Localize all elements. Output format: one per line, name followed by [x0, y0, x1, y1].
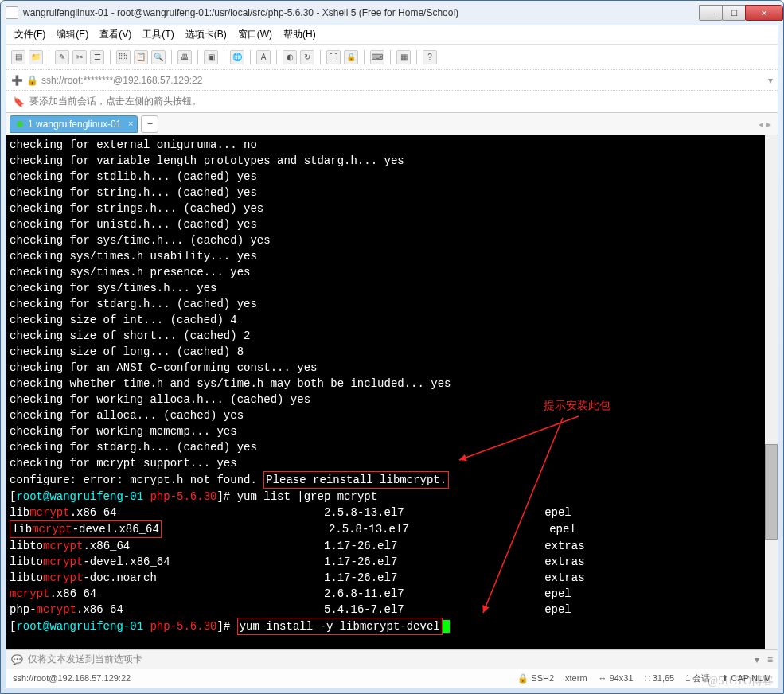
menu-help[interactable]: 帮助(H)	[279, 26, 321, 43]
open-icon[interactable]: 📁	[29, 50, 43, 64]
status-dot-icon	[17, 121, 23, 127]
annotation-text: 提示安装此包	[544, 398, 610, 414]
globe-icon[interactable]: 🌐	[230, 50, 244, 64]
prev-tab-icon[interactable]: ◂	[759, 119, 763, 130]
properties-icon[interactable]: ☰	[90, 50, 104, 64]
scrollbar-thumb[interactable]	[765, 444, 778, 540]
address-dropdown-icon[interactable]: ▾	[768, 75, 773, 86]
keyboard-icon[interactable]: ⌨	[370, 50, 384, 64]
menu-file[interactable]: 文件(F)	[10, 26, 50, 43]
print-icon[interactable]: 🖶	[177, 50, 192, 64]
bookmark-icon[interactable]: 🔖	[13, 96, 25, 107]
help-icon[interactable]: ?	[423, 50, 437, 64]
lock-icon[interactable]: 🔒	[344, 50, 358, 64]
status-bar-1: 💬 仅将文本发送到当前选项卡 ▾ ≡	[6, 649, 778, 669]
status1-text: 仅将文本发送到当前选项卡	[28, 653, 142, 666]
menu-tool[interactable]: 工具(T)	[138, 26, 178, 43]
arrow-2-icon	[475, 414, 571, 621]
status-pos: 31,65	[653, 673, 675, 683]
status-bar-2: ssh://root@192.168.57.129:22 🔒 SSH2 xter…	[6, 669, 778, 688]
status-conn: ssh://root@192.168.57.129:22	[13, 673, 131, 683]
window-title: wangruifenglinux-01 - root@wangruifeng-0…	[23, 7, 458, 18]
hint-bar: 🔖 要添加当前会话，点击左侧的箭头按钮。	[6, 91, 778, 113]
connect-icon[interactable]: ✎	[55, 50, 69, 64]
refresh-icon[interactable]: ↻	[300, 50, 314, 64]
encode-icon[interactable]: ◐	[283, 50, 297, 64]
toolbar: ▤ 📁 ✎ ✂ ☰ ⿻ 📋 🔍 🖶 ▣ 🌐 A ◐ ↻ ⛶ 🔒 ⌨	[6, 45, 778, 70]
copy-icon[interactable]: ⿻	[116, 50, 131, 64]
hint-text: 要添加当前会话，点击左侧的箭头按钮。	[29, 95, 201, 108]
menu-window[interactable]: 窗口(W)	[233, 26, 277, 43]
status-ssh: SSH2	[531, 673, 554, 683]
status-size: 94x31	[610, 673, 634, 683]
new-tab-button[interactable]: +	[141, 115, 158, 133]
close-button[interactable]: ✕	[745, 5, 783, 21]
watermark: @51CTO博客	[708, 674, 774, 688]
status-term: xterm	[565, 673, 587, 683]
status-sess: 1 会话	[685, 673, 710, 684]
paste-icon[interactable]: 📋	[134, 50, 148, 64]
tab-label: 1 wangruifenglinux-01	[28, 119, 121, 130]
tabbar: 1 wangruifenglinux-01 × + ◂ ▸	[6, 113, 778, 135]
terminal-output: checking for external oniguruma... no ch…	[10, 137, 774, 635]
menu-view[interactable]: 查看(V)	[95, 26, 136, 43]
sendto-icon: 💬	[11, 654, 23, 665]
font-icon[interactable]: A	[256, 50, 271, 64]
new-icon[interactable]: ▤	[11, 50, 25, 64]
disconnect-icon[interactable]: ✂	[72, 50, 87, 64]
menubar: 文件(F) 编辑(E) 查看(V) 工具(T) 选项卡(B) 窗口(W) 帮助(…	[6, 25, 778, 45]
menu-tab[interactable]: 选项卡(B)	[181, 26, 232, 43]
menu-edit[interactable]: 编辑(E)	[52, 26, 93, 43]
status-menu-icon[interactable]: ≡	[767, 654, 773, 665]
tab-close-icon[interactable]: ×	[128, 119, 133, 128]
next-tab-icon[interactable]: ▸	[766, 119, 771, 130]
find-icon[interactable]: 🔍	[151, 50, 166, 64]
fullscreen-icon[interactable]: ⛶	[326, 50, 341, 64]
minimize-button[interactable]: —	[699, 5, 723, 21]
address-bar: ➕ 🔒 ssh://root:********@192.168.57.129:2…	[6, 70, 778, 91]
titlebar: wangruifenglinux-01 - root@wangruifeng-0…	[1, 1, 783, 25]
screen-icon[interactable]: ▣	[204, 50, 218, 64]
address-text: ssh://root:********@192.168.57.129:22	[41, 75, 202, 86]
svg-line-1	[483, 418, 563, 613]
app-icon	[6, 6, 18, 19]
lock-indicator-icon: 🔒	[26, 75, 38, 86]
session-tab[interactable]: 1 wangruifenglinux-01 ×	[10, 115, 138, 133]
scrollbar[interactable]	[765, 135, 778, 649]
launch-icon[interactable]: ▦	[396, 50, 411, 64]
add-arrow-icon[interactable]: ➕	[11, 75, 23, 86]
status-dropdown-icon[interactable]: ▾	[755, 654, 759, 665]
maximize-button[interactable]: ☐	[722, 5, 746, 21]
terminal[interactable]: checking for external oniguruma... no ch…	[6, 135, 778, 649]
